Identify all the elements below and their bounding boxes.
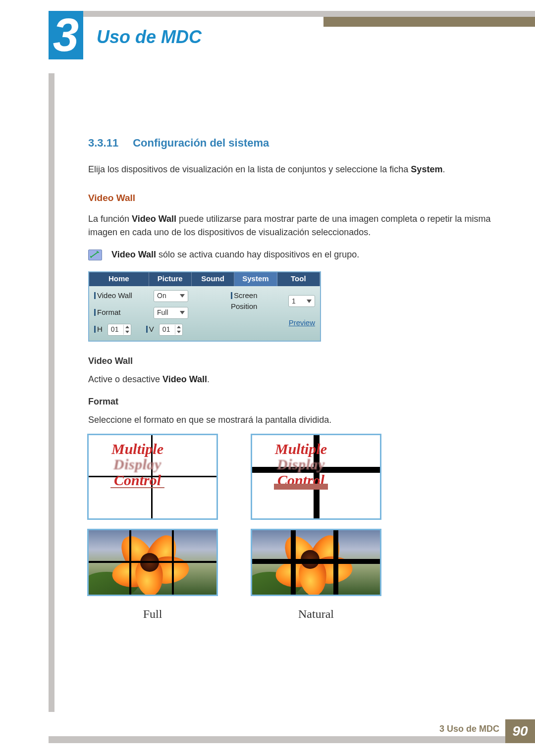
chapter-number: 3 <box>53 12 79 58</box>
figure-full: Multiple Display Control <box>88 434 217 623</box>
page-content: 3.3.11 Configuración del sistema Elija l… <box>88 135 495 623</box>
figure-natural-text-panel: Multiple Display Control <box>251 434 381 520</box>
note-icon <box>88 250 102 260</box>
select-screenpos-value: 1 <box>292 296 296 306</box>
intro-bold: System <box>411 164 442 174</box>
preview-link[interactable]: Preview <box>289 317 315 329</box>
figure-full-label: Full <box>143 605 162 623</box>
select-videowall[interactable]: On <box>154 290 188 302</box>
app-body: Video Wall On Format Full H 01 V 01 Scre… <box>89 286 320 341</box>
intro-text: Elija los dispositivos de visualización … <box>88 164 411 174</box>
chapter-title: Uso de MDC <box>97 27 202 48</box>
mdc-strike <box>110 487 164 488</box>
label-v: V <box>149 325 154 333</box>
tab-home[interactable]: Home <box>89 272 149 286</box>
label-format: Format <box>97 308 121 316</box>
footer-page-number: 90 <box>512 723 528 739</box>
spinner-v-value: 01 <box>162 324 170 335</box>
option-videowall-a: Active o desactive <box>88 374 162 384</box>
note-bold: Video Wall <box>111 250 156 259</box>
videowall-text-a: La función <box>88 214 132 224</box>
mdc-strike <box>274 484 328 490</box>
spinner-h-value: 01 <box>111 324 119 335</box>
header-bar <box>49 11 535 27</box>
section-title: Configuración del sistema <box>133 137 269 149</box>
page-footer: 3 Uso de MDC 90 <box>49 719 535 743</box>
footer-divider <box>49 736 535 743</box>
videowall-bold: Video Wall <box>132 214 176 224</box>
mdc-line2: Display <box>277 456 325 472</box>
format-figures: Multiple Display Control <box>88 434 495 623</box>
mdc-line2: Display <box>113 456 161 472</box>
select-screenpos[interactable]: 1 <box>288 295 315 307</box>
tab-system[interactable]: System <box>234 272 277 286</box>
option-format-text: Seleccione el formato en que se mostrará… <box>88 413 495 427</box>
option-videowall-head: Video Wall <box>88 354 495 368</box>
option-format-head: Format <box>88 395 495 408</box>
tab-tool[interactable]: Tool <box>277 272 320 286</box>
intro-text-end: . <box>442 164 445 174</box>
figure-full-text-panel: Multiple Display Control <box>87 434 218 520</box>
select-format-value: Full <box>157 307 168 318</box>
left-margin-stripe <box>49 73 54 712</box>
select-format[interactable]: Full <box>154 307 188 319</box>
label-screenpos: Screen Position <box>231 291 258 311</box>
header-accent <box>323 17 535 27</box>
select-videowall-value: On <box>157 291 166 301</box>
chevron-up-icon <box>177 326 181 328</box>
spinner-h[interactable]: 01 <box>107 324 131 336</box>
chevron-down-icon <box>180 294 185 298</box>
chevron-up-icon <box>125 326 129 328</box>
option-videowall-b: Video Wall <box>162 374 207 384</box>
section-number: 3.3.11 <box>88 137 118 149</box>
chapter-badge: 3 <box>49 11 83 59</box>
spinner-v[interactable]: 01 <box>159 324 183 336</box>
chevron-down-icon <box>180 311 185 314</box>
subsection-video-wall: Video Wall <box>88 191 495 205</box>
option-videowall-c: . <box>207 374 210 384</box>
figure-natural: Multiple Display Control <box>252 434 380 623</box>
label-videowall: Video Wall <box>97 291 132 300</box>
app-screenshot: Home Picture Sound System Tool Video Wal… <box>88 271 321 342</box>
app-tab-bar: Home Picture Sound System Tool <box>89 272 320 286</box>
tab-picture[interactable]: Picture <box>149 272 192 286</box>
note-text: sólo se activa cuando hay dispositivos e… <box>156 250 359 259</box>
mdc-line1: Multiple <box>275 441 327 457</box>
header-divider <box>49 11 535 17</box>
figure-natural-label: Natural <box>298 605 334 623</box>
mdc-line3: Control <box>114 472 161 488</box>
chevron-down-icon <box>125 331 129 333</box>
label-h: H <box>97 325 103 333</box>
chevron-down-icon <box>177 331 181 333</box>
chevron-down-icon <box>307 300 312 303</box>
tab-sound[interactable]: Sound <box>192 272 234 286</box>
figure-full-flower <box>87 529 218 596</box>
mdc-line1: Multiple <box>111 441 163 457</box>
footer-label: 3 Uso de MDC <box>439 724 499 734</box>
footer-page-badge: 90 <box>505 719 535 743</box>
figure-natural-flower <box>251 529 381 596</box>
